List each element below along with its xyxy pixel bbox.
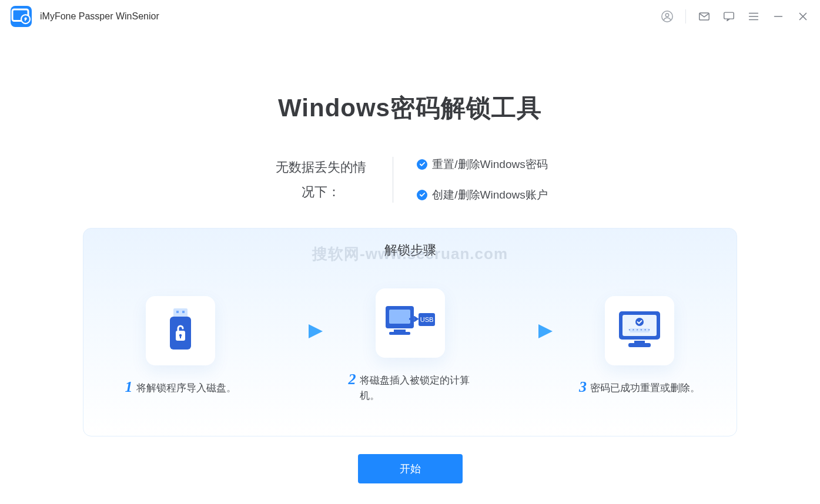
feature-label: 重置/删除Windows密码 bbox=[432, 157, 547, 172]
feedback-icon[interactable] bbox=[722, 10, 735, 23]
titlebar-divider bbox=[685, 9, 686, 23]
app-title: iMyFone Passper WinSenior bbox=[40, 11, 159, 22]
mail-icon[interactable] bbox=[698, 10, 711, 23]
step-number: 1 bbox=[125, 379, 133, 395]
svg-rect-6 bbox=[173, 308, 188, 318]
svg-rect-7 bbox=[176, 311, 179, 313]
step-1: 1 将解锁程序导入磁盘。 bbox=[107, 296, 254, 396]
svg-rect-25 bbox=[628, 343, 651, 347]
minimize-icon[interactable] bbox=[772, 10, 785, 23]
step-text: 将磁盘插入被锁定的计算机。 bbox=[360, 373, 472, 404]
start-button[interactable]: 开始 bbox=[358, 454, 463, 483]
steps-row: 1 将解锁程序导入磁盘。 bbox=[107, 288, 713, 404]
svg-point-3 bbox=[665, 14, 669, 16]
svg-rect-8 bbox=[182, 311, 185, 313]
steps-title: 解锁步骤 bbox=[107, 241, 713, 259]
usb-lock-icon bbox=[163, 307, 198, 354]
step-text: 将解锁程序导入磁盘。 bbox=[136, 381, 236, 396]
main-content: Windows密码解锁工具 无数据丢失的情况下： 重置/删除Windows密码 … bbox=[0, 33, 820, 483]
step-card: * * * * * * bbox=[605, 296, 674, 365]
svg-rect-14 bbox=[389, 310, 410, 324]
subhead-text: 无数据丢失的情况下： bbox=[272, 155, 369, 204]
step-label: 3 密码已成功重置或删除。 bbox=[579, 381, 700, 396]
svg-text:USB: USB bbox=[420, 316, 433, 323]
insert-disk-icon: USB bbox=[383, 303, 437, 344]
steps-panel: 搜软网-www.secruan.com 解锁步骤 bbox=[83, 228, 737, 437]
arrow-right-icon bbox=[493, 320, 557, 343]
step-number: 2 bbox=[349, 372, 356, 387]
feature-item: 创建/删除Windows账户 bbox=[417, 187, 547, 203]
titlebar-actions bbox=[661, 9, 809, 23]
success-monitor-icon: * * * * * * bbox=[615, 309, 664, 352]
check-icon bbox=[417, 190, 427, 200]
feature-list: 重置/删除Windows密码 创建/删除Windows账户 bbox=[417, 157, 547, 203]
arrow-right-icon bbox=[263, 320, 327, 343]
step-label: 1 将解锁程序导入磁盘。 bbox=[125, 381, 236, 396]
menu-icon[interactable] bbox=[747, 10, 760, 23]
svg-rect-12 bbox=[180, 336, 181, 338]
close-icon[interactable] bbox=[796, 10, 809, 23]
step-text: 密码已成功重置或删除。 bbox=[590, 381, 700, 396]
step-label: 2 将磁盘插入被锁定的计算机。 bbox=[349, 373, 472, 404]
app-logo-icon bbox=[11, 6, 32, 27]
vertical-divider bbox=[393, 157, 393, 203]
titlebar: iMyFone Passper WinSenior bbox=[0, 0, 820, 33]
check-icon bbox=[417, 159, 427, 170]
feature-item: 重置/删除Windows密码 bbox=[417, 157, 547, 172]
feature-label: 创建/删除Windows账户 bbox=[432, 187, 547, 203]
svg-rect-5 bbox=[724, 12, 734, 19]
step-card: USB bbox=[376, 288, 445, 358]
page-title: Windows密码解锁工具 bbox=[0, 92, 820, 125]
svg-rect-15 bbox=[394, 330, 406, 332]
svg-text:* * * * * *: * * * * * * bbox=[628, 328, 650, 332]
svg-point-21 bbox=[635, 318, 644, 326]
step-card bbox=[146, 296, 215, 365]
step-2: USB 2 将磁盘插入被锁定的计算机。 bbox=[337, 288, 484, 404]
step-number: 3 bbox=[579, 379, 587, 395]
user-icon[interactable] bbox=[661, 10, 674, 23]
subheading-row: 无数据丢失的情况下： 重置/删除Windows密码 创建/删除Windows账户 bbox=[0, 155, 820, 204]
svg-rect-16 bbox=[389, 332, 410, 335]
svg-rect-24 bbox=[634, 341, 645, 343]
step-3: * * * * * * 3 密码已成功重置或删除。 bbox=[566, 296, 713, 396]
